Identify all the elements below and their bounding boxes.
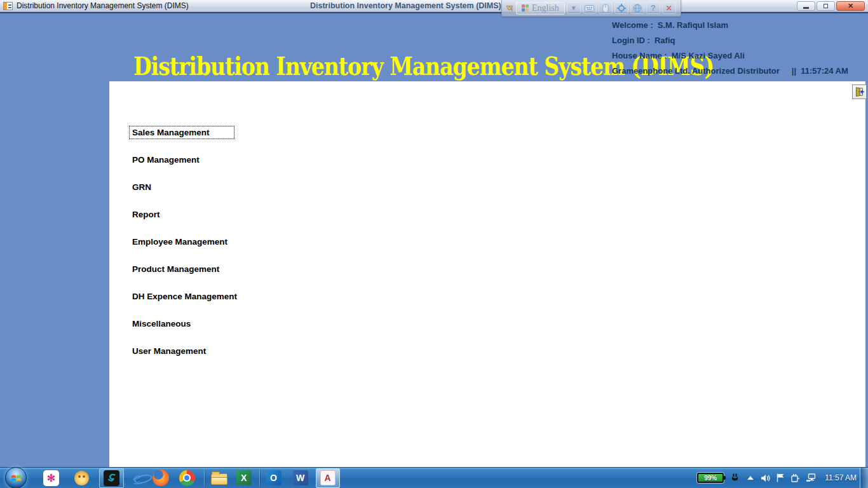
login-line: Login ID : Rafiq xyxy=(612,36,863,51)
exit-form-button[interactable] xyxy=(852,85,867,99)
menu-item-report[interactable]: Report xyxy=(129,208,163,221)
welcome-value: S.M. Rafiqul Islam xyxy=(658,20,728,30)
taskbar-app-firefox[interactable] xyxy=(153,470,169,486)
start-button[interactable] xyxy=(5,467,27,488)
restore-icon xyxy=(824,4,828,8)
right-border-strip xyxy=(865,81,868,467)
orange-app-icon xyxy=(74,471,89,485)
taskbar-app-excel[interactable]: X xyxy=(236,470,252,485)
house-value: M/S Kazi Sayed Ali xyxy=(672,51,745,60)
plug-icon xyxy=(729,473,740,483)
excel-icon: X xyxy=(236,470,252,485)
help-icon: ? xyxy=(651,3,656,13)
left-sidebar xyxy=(0,81,109,467)
login-value: Rafiq xyxy=(654,36,675,45)
word-icon: W xyxy=(293,470,308,485)
battery-icon: 99% xyxy=(697,473,724,483)
separator: || xyxy=(792,66,796,76)
show-desktop-button[interactable] xyxy=(860,468,868,488)
settings-button[interactable] xyxy=(614,2,628,14)
main-panel: Sales Management PO Management GRN Repor… xyxy=(109,81,865,467)
taskbar-clock[interactable]: 11:57 AM xyxy=(825,473,857,482)
taskbar-app-chrome[interactable] xyxy=(179,470,195,486)
volume-control[interactable] xyxy=(761,474,771,482)
flag-icon xyxy=(776,473,785,482)
usb-device-icon xyxy=(790,473,800,482)
help-button[interactable]: ? xyxy=(646,2,660,14)
menu-item-dh-expence-management[interactable]: DH Expence Management xyxy=(129,290,240,303)
menu-item-grn[interactable]: GRN xyxy=(129,180,154,194)
mouse-icon xyxy=(602,4,609,13)
close-icon: ✕ xyxy=(666,4,672,13)
taskbar-app-flower[interactable]: ✻ xyxy=(43,470,59,486)
taskbar-app-access-active[interactable]: A xyxy=(316,468,340,488)
keyboard-layout-button[interactable] xyxy=(583,2,597,14)
language-bar: অ English ▼ ? ✕ xyxy=(501,0,681,17)
taskbar-app-word[interactable]: W xyxy=(293,470,308,485)
action-center[interactable] xyxy=(776,473,785,482)
taskbar-app-dims-active[interactable] xyxy=(99,468,124,488)
minimize-icon xyxy=(803,7,809,9)
user-info-panel: Welcome : S.M. Rafiqul Islam Login ID : … xyxy=(612,20,863,81)
chrome-icon xyxy=(179,470,195,486)
app-title: Distribution Inventory Management System… xyxy=(133,51,604,81)
taskbar-app-outlook[interactable]: O xyxy=(266,470,281,485)
access-icon: A xyxy=(320,470,336,485)
header-clock: 11:57:24 AM xyxy=(801,66,848,76)
network-icon xyxy=(806,473,817,482)
web-tools-button[interactable] xyxy=(630,2,644,14)
minimize-button[interactable] xyxy=(797,1,815,11)
welcome-line: Welcome : S.M. Rafiqul Islam xyxy=(612,20,863,36)
main-menu: Sales Management PO Management GRN Repor… xyxy=(129,126,240,372)
window-title: Distribution Inventory Management System… xyxy=(17,1,189,10)
background-window-title: Distribution Inventory Management System… xyxy=(310,1,501,10)
menu-item-product-management[interactable]: Product Management xyxy=(129,262,222,276)
network-status[interactable] xyxy=(806,473,817,482)
power-plug-indicator[interactable] xyxy=(729,473,740,483)
grameenphone-logo-icon xyxy=(104,470,119,486)
taskbar-app-explorer[interactable] xyxy=(211,471,227,485)
language-dropdown-button[interactable]: ▼ xyxy=(567,2,581,14)
app-header: Distribution Inventory Management System… xyxy=(0,12,868,81)
windows-language-icon xyxy=(522,4,529,11)
gear-icon xyxy=(617,4,626,13)
distributor-text: Grameenphone Ltd. Authorized Distributor xyxy=(612,66,780,76)
avro-keyboard-icon[interactable]: অ xyxy=(506,3,513,14)
window-controls: ✕ xyxy=(797,1,865,11)
taskbar-app-internet-explorer[interactable]: e xyxy=(133,470,141,486)
language-select-button[interactable]: English xyxy=(516,2,565,15)
taskbar-separator xyxy=(259,470,260,486)
show-hidden-icons-button[interactable] xyxy=(747,476,754,480)
mouse-mode-button[interactable] xyxy=(599,2,613,14)
close-icon: ✕ xyxy=(848,3,853,10)
battery-indicator[interactable]: 99% xyxy=(697,473,724,483)
language-bar-close-button[interactable]: ✕ xyxy=(662,2,676,14)
menu-item-po-management[interactable]: PO Management xyxy=(129,153,203,166)
internet-explorer-icon: e xyxy=(133,470,141,486)
taskbar: ✻ e X O W xyxy=(0,467,868,488)
restore-button[interactable] xyxy=(817,1,835,11)
menu-item-miscellaneous[interactable]: Miscellaneous xyxy=(129,317,194,330)
system-tray: 99% xyxy=(697,473,868,483)
screen: Distribution Inventory Management System… xyxy=(0,0,868,488)
outlook-icon: O xyxy=(266,470,281,485)
taskbar-app-photo-viewer[interactable] xyxy=(74,471,89,485)
menu-item-sales-management[interactable]: Sales Management xyxy=(129,126,234,139)
firefox-icon xyxy=(153,470,169,486)
remove-hardware[interactable] xyxy=(790,473,800,482)
house-line: House Name : M/S Kazi Sayed Ali xyxy=(612,51,863,66)
welcome-label: Welcome : xyxy=(612,20,653,30)
windows-flag-icon xyxy=(11,473,22,484)
keyboard-icon xyxy=(585,5,594,11)
taskbar-separator xyxy=(204,470,205,486)
folder-icon xyxy=(211,473,227,485)
access-form-icon xyxy=(3,2,13,10)
window-titlebar: Distribution Inventory Management System… xyxy=(0,0,868,12)
distributor-line: Grameenphone Ltd. Authorized Distributor… xyxy=(612,66,863,81)
menu-item-user-management[interactable]: User Management xyxy=(129,344,209,358)
menu-item-employee-management[interactable]: Employee Management xyxy=(129,235,231,248)
close-button[interactable]: ✕ xyxy=(836,1,865,11)
battery-percent: 99% xyxy=(704,475,717,482)
house-label: House Name : xyxy=(612,51,667,60)
login-label: Login ID : xyxy=(612,36,650,45)
